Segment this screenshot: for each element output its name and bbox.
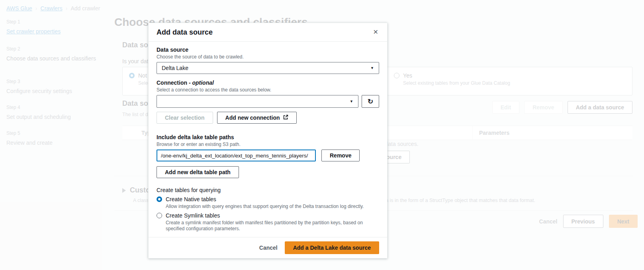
native-tables-option[interactable]: Create Native tables Allow integration w… <box>157 196 379 210</box>
create-tables-label: Create tables for querying <box>157 187 379 193</box>
modal-footer: Cancel Add a Delta Lake data source <box>149 237 387 258</box>
data-source-field: Data source Choose the source of data to… <box>157 47 379 74</box>
connection-label: Connection <box>157 80 187 86</box>
symlink-tables-radio[interactable] <box>157 213 162 218</box>
include-paths-desc: Browse for or enter an existing S3 path. <box>157 142 379 148</box>
delta-table-path-input[interactable] <box>157 150 316 161</box>
connection-desc: Select a connection to access the data s… <box>157 87 379 93</box>
glue-add-crawler-page: AWS Glue › Crawlers › Add crawler Step 1… <box>0 0 644 270</box>
modal-cancel-button[interactable]: Cancel <box>259 245 278 251</box>
native-tables-radio[interactable] <box>157 196 162 202</box>
clear-selection-button[interactable]: Clear selection <box>157 112 213 124</box>
add-data-source-modal: Add data source ✕ Data source Choose the… <box>148 23 388 258</box>
data-source-selected-value: Delta Lake <box>162 65 188 71</box>
chevron-down-icon: ▼ <box>350 99 353 103</box>
native-tables-desc: Allow integration with query engines tha… <box>166 204 373 210</box>
include-paths-field: Include delta lake table paths Browse fo… <box>157 134 379 178</box>
add-new-delta-table-path-button[interactable]: Add new delta table path <box>157 166 239 178</box>
close-icon[interactable]: ✕ <box>372 28 379 36</box>
connection-optional-label: - optional <box>189 80 214 86</box>
add-new-connection-label: Add new connection <box>225 115 280 121</box>
external-link-icon <box>283 115 288 121</box>
data-source-label: Data source <box>157 47 379 53</box>
refresh-connections-button[interactable]: ↻ <box>362 95 379 108</box>
create-tables-field: Create tables for querying Create Native… <box>157 187 379 232</box>
include-paths-label: Include delta lake table paths <box>157 134 379 141</box>
data-source-select[interactable]: Delta Lake ▼ <box>157 62 379 74</box>
modal-body: Data source Choose the source of data to… <box>149 42 387 237</box>
add-delta-lake-data-source-button[interactable]: Add a Delta Lake data source <box>285 241 379 254</box>
add-new-connection-button[interactable]: Add new connection <box>217 112 297 124</box>
native-tables-label: Create Native tables <box>166 196 216 202</box>
connection-field: Connection - optional Select a connectio… <box>157 80 379 124</box>
refresh-icon: ↻ <box>368 97 373 106</box>
modal-header: Add data source ✕ <box>149 23 387 42</box>
symlink-tables-option[interactable]: Create Symlink tables Create a symlink m… <box>157 212 379 232</box>
remove-path-button[interactable]: Remove <box>321 150 360 161</box>
symlink-tables-label: Create Symlink tables <box>166 212 220 219</box>
modal-title: Add data source <box>157 28 213 37</box>
connection-select[interactable]: ▼ <box>157 95 358 108</box>
data-source-desc: Choose the source of data to be crawled. <box>157 54 379 60</box>
chevron-down-icon: ▼ <box>370 66 374 70</box>
symlink-tables-desc: Create a symlink manifest folder with ma… <box>166 220 373 232</box>
